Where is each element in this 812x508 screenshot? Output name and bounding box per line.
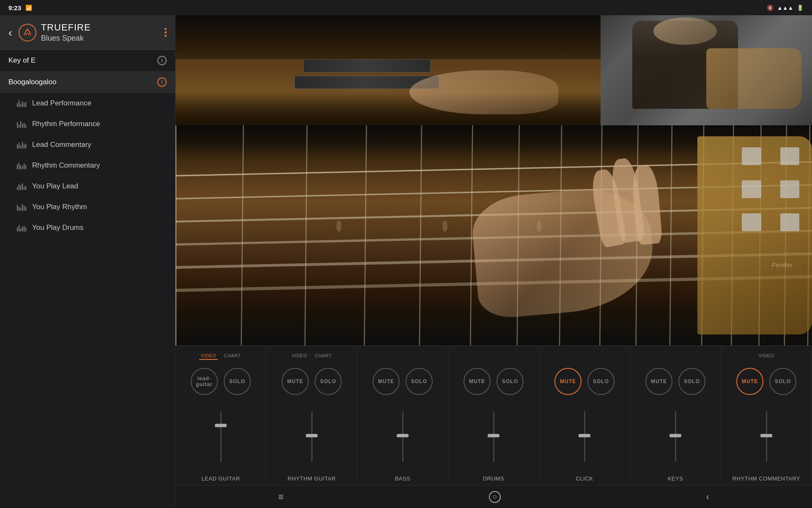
mixer-channel-bass: MUTE SOLO BASS xyxy=(357,346,448,485)
fader-handle-lead-guitar[interactable] xyxy=(215,424,227,427)
fader-track-drums[interactable] xyxy=(493,411,494,462)
fader-handle-click[interactable] xyxy=(579,434,590,437)
fader-area-keys xyxy=(630,402,721,471)
section-label-key-of-e: Key of E xyxy=(8,56,36,65)
fader-track-keys[interactable] xyxy=(675,411,676,462)
fader-track-rhythm-guitar[interactable] xyxy=(311,411,313,462)
tab-chart-rhythm[interactable]: CHART xyxy=(313,352,333,360)
back-button[interactable]: ‹ xyxy=(8,27,12,38)
bottom-nav: ≡ ○ ‹ xyxy=(176,485,812,508)
mute-button-keys[interactable]: MUTE xyxy=(645,368,672,395)
time-display: 9:23 xyxy=(8,4,21,11)
menu-icon: ≡ xyxy=(278,491,284,502)
channel-label-lead-guitar: LEAD GUITAR xyxy=(200,471,241,485)
fader-handle-drums[interactable] xyxy=(488,434,499,437)
item-label-rhythm-commentary: Rhythm Commentary xyxy=(32,161,100,170)
item-label-you-play-lead: You Play Lead xyxy=(32,182,78,190)
nav-back-button[interactable]: ‹ xyxy=(689,488,726,506)
home-icon: ○ xyxy=(489,491,501,503)
solo-button-bass[interactable]: SOLO xyxy=(406,368,433,395)
sidebar-header-left: ‹ TRUEFIRE Blues Speak xyxy=(8,22,91,43)
main-layout: ‹ TRUEFIRE Blues Speak xyxy=(0,15,812,508)
fader-area-rhythm-commentary xyxy=(721,402,812,471)
sidebar: ‹ TRUEFIRE Blues Speak xyxy=(0,15,176,508)
sidebar-item-you-play-rhythm[interactable]: You Play Rhythm xyxy=(0,197,175,218)
fader-track-rhythm-commentary[interactable] xyxy=(766,411,767,462)
fader-area-rhythm-guitar xyxy=(266,402,357,471)
channel-buttons-lead-guitar: lead-guitar SOLO xyxy=(191,368,251,395)
fader-area-bass xyxy=(357,402,448,471)
section-label-boogaloogaloo: Boogaloogaloo xyxy=(8,78,56,86)
fader-handle-bass[interactable] xyxy=(397,434,409,437)
channel-buttons-drums: MUTE SOLO xyxy=(464,368,524,395)
item-label-rhythm-performance: Rhythm Performance xyxy=(32,120,100,128)
sidebar-item-lead-performance[interactable]: Lead Performance xyxy=(0,93,175,114)
more-button[interactable] xyxy=(165,28,167,37)
mixer-icon-you-play-drums xyxy=(17,224,26,232)
mute-button-bass[interactable]: MUTE xyxy=(373,368,400,395)
mixer-icon-rhythm-performance xyxy=(17,120,26,128)
channel-buttons-rhythm-guitar: MUTE SOLO xyxy=(282,368,342,395)
channel-tabs-lead-guitar: VIDEO CHART xyxy=(199,350,243,362)
mixer-channel-drums: MUTE SOLO DRUMS xyxy=(448,346,539,485)
mute-icon: 🔇 xyxy=(767,5,774,11)
svg-point-23 xyxy=(336,221,341,232)
wifi-icon: 📶 xyxy=(25,5,32,11)
tab-video-lead[interactable]: VIDEO xyxy=(199,352,218,360)
svg-line-10 xyxy=(364,125,366,345)
mixer-icon-lead-performance xyxy=(17,99,26,107)
sidebar-item-lead-commentary[interactable]: Lead Commentary xyxy=(0,135,175,155)
tab-video-rhythm[interactable]: VIDEO xyxy=(290,352,309,360)
mixer-channel-rhythm-commentary: VIDEO MUTE SOLO RHYTHM COMMENTARY xyxy=(721,346,812,485)
sidebar-item-you-play-lead[interactable]: You Play Lead xyxy=(0,176,175,197)
fader-handle-rhythm-guitar[interactable] xyxy=(306,434,318,437)
sidebar-item-rhythm-performance[interactable]: Rhythm Performance xyxy=(0,114,175,135)
mute-button-rhythm-guitar[interactable]: MUTE xyxy=(282,368,309,395)
logo-area: TRUEFIRE Blues Speak xyxy=(18,22,91,43)
sidebar-section-boogaloogaloo[interactable]: Boogaloogaloo ! xyxy=(0,72,175,93)
channel-buttons-bass: MUTE SOLO xyxy=(373,368,433,395)
svg-line-12 xyxy=(470,125,472,345)
fader-handle-keys[interactable] xyxy=(669,434,681,437)
nav-home-button[interactable]: ○ xyxy=(472,488,518,506)
item-label-lead-performance: Lead Performance xyxy=(32,99,91,108)
sidebar-item-you-play-drums[interactable]: You Play Drums xyxy=(0,218,175,238)
video-bottom[interactable]: Fender xyxy=(176,125,812,345)
more-dot-3 xyxy=(165,35,167,37)
fader-area-click xyxy=(539,402,630,471)
tab-chart-lead[interactable]: CHART xyxy=(222,352,242,360)
more-dot-1 xyxy=(165,28,167,30)
fader-handle-rhythm-commentary[interactable] xyxy=(760,434,772,437)
tab-video-rhythm-commentary[interactable]: VIDEO xyxy=(757,352,776,360)
content-area: Fender VIDEO CHART lead-guitar SOLO xyxy=(176,15,812,508)
mixer-icon-lead-commentary xyxy=(17,141,26,149)
video-right[interactable] xyxy=(601,15,812,125)
nav-menu-button[interactable]: ≡ xyxy=(261,488,301,506)
solo-button-click[interactable]: SOLO xyxy=(587,368,614,395)
info-icon: i xyxy=(157,56,167,65)
mute-button-click[interactable]: MUTE xyxy=(554,368,582,395)
orange-circle-icon: ! xyxy=(157,77,167,87)
solo-button-lead-guitar[interactable]: SOLO xyxy=(224,368,251,395)
mute-button-rhythm-commentary[interactable]: MUTE xyxy=(736,368,763,395)
mute-button-lead-guitar[interactable]: lead-guitar xyxy=(191,368,218,395)
solo-button-keys[interactable]: SOLO xyxy=(678,368,705,395)
svg-line-9 xyxy=(305,125,307,345)
fader-area-lead-guitar xyxy=(176,402,266,471)
fader-track-bass[interactable] xyxy=(402,411,403,462)
app-title: TRUEFIRE xyxy=(41,22,91,33)
channel-tabs-rhythm-commentary: VIDEO xyxy=(757,350,776,362)
video-top-row xyxy=(176,15,812,125)
video-left[interactable] xyxy=(176,15,601,125)
sidebar-item-rhythm-commentary[interactable]: Rhythm Commentary xyxy=(0,155,175,176)
fader-track-click[interactable] xyxy=(584,411,585,462)
channel-tabs-rhythm-guitar: VIDEO CHART xyxy=(290,350,334,362)
channel-buttons-keys: MUTE SOLO xyxy=(645,368,705,395)
svg-line-17 xyxy=(670,125,672,345)
solo-button-rhythm-commentary[interactable]: SOLO xyxy=(769,368,796,395)
fader-track-lead-guitar[interactable] xyxy=(220,411,222,462)
mute-button-drums[interactable]: MUTE xyxy=(464,368,491,395)
solo-button-rhythm-guitar[interactable]: SOLO xyxy=(315,368,342,395)
solo-button-drums[interactable]: SOLO xyxy=(497,368,524,395)
sidebar-section-key-of-e[interactable]: Key of E i xyxy=(0,50,175,72)
